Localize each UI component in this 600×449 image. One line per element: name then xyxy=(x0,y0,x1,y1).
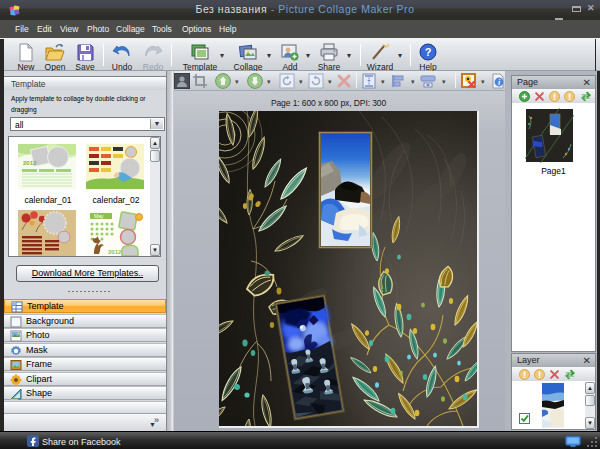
svg-text:2012: 2012 xyxy=(108,249,122,255)
svg-text:?: ? xyxy=(425,46,432,58)
svg-text:2012: 2012 xyxy=(23,160,37,166)
svg-text:May: May xyxy=(94,213,104,219)
